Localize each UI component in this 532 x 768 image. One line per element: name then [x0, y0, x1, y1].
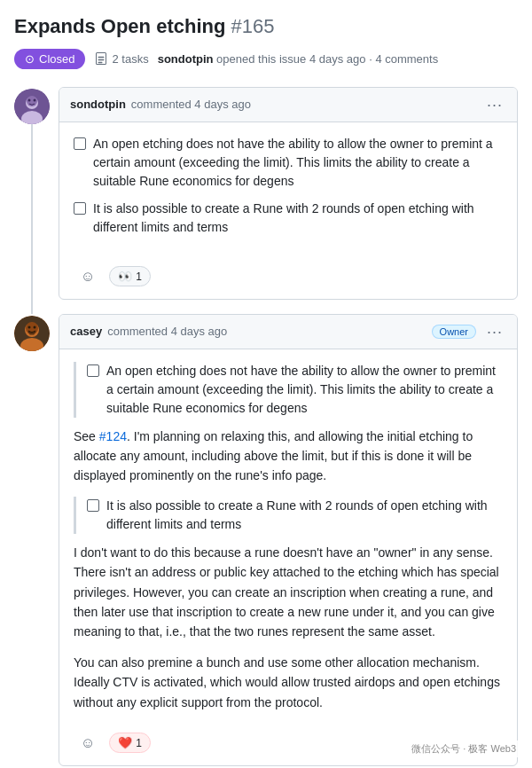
comment-time: commented 4 days ago [107, 325, 227, 338]
emoji-add-button[interactable]: ☺ [74, 265, 102, 288]
issue-meta-text: sondotpin opened this issue 4 days ago ·… [158, 52, 439, 66]
issue-title: Expands Open etching #165 [14, 14, 518, 40]
comment-item: casey commented 4 days ago Owner ··· An … [14, 314, 518, 766]
comment-body: An open etching does not have the abilit… [59, 349, 517, 725]
eyes-emoji: 👀 [118, 270, 132, 283]
task-text: It is also possible to create a Rune wit… [93, 200, 503, 237]
comment-header-left: casey commented 4 days ago [70, 325, 227, 338]
blockquote-task: An open etching does not have the abilit… [74, 362, 503, 418]
comment-body: An open etching does not have the abilit… [59, 122, 517, 258]
page-container: Expands Open etching #165 ⊙ Closed 2 tas… [0, 0, 532, 768]
avatar [14, 89, 50, 124]
comment-footer: ☺ 👀 1 [59, 258, 517, 299]
task-checkbox[interactable] [74, 202, 86, 215]
prose-paragraph: See #124. I'm planning on relaxing this,… [74, 427, 503, 486]
comment-header-right: ··· [483, 95, 506, 114]
opened-ago: 4 days ago [309, 52, 366, 66]
eyes-reaction-button[interactable]: 👀 1 [109, 266, 151, 286]
comments-count: 4 comments [375, 52, 438, 66]
heart-emoji: ❤️ [118, 736, 132, 749]
svg-point-9 [28, 325, 31, 328]
avatar [14, 316, 50, 351]
comment-header: sondotpin commented 4 days ago ··· [59, 88, 517, 122]
task-item: It is also possible to create a Rune wit… [74, 200, 503, 237]
reaction-count: 1 [136, 737, 142, 749]
svg-point-10 [34, 325, 36, 328]
avatar-image [14, 89, 50, 124]
task-item: An open etching does not have the abilit… [74, 135, 503, 191]
watermark: 微信公众号 · 极客 Web3 [406, 741, 521, 757]
status-badge: ⊙ Closed [14, 49, 85, 69]
tasks-badge: 2 tasks [94, 51, 148, 66]
task-item: An open etching does not have the abilit… [87, 362, 503, 418]
owner-badge: Owner [432, 325, 476, 339]
tasks-count: 2 tasks [112, 52, 148, 66]
commenter-name[interactable]: casey [70, 325, 102, 338]
comment-header-left: sondotpin commented 4 days ago [70, 98, 251, 111]
task-item: It is also possible to create a Rune wit… [87, 497, 503, 534]
issue-meta-row: ⊙ Closed 2 tasks sondotpin opened this i… [14, 49, 518, 69]
reaction-count: 1 [136, 270, 142, 283]
comment-header-right: Owner ··· [432, 322, 506, 341]
status-label: Closed [39, 52, 74, 66]
comment-box: sondotpin commented 4 days ago ··· An op… [59, 87, 518, 300]
prose-paragraph: I don't want to do this because a rune d… [74, 543, 503, 642]
opener-name[interactable]: sondotpin [158, 52, 214, 66]
task-text: An open etching does not have the abilit… [106, 362, 503, 418]
task-checkbox[interactable] [87, 499, 99, 512]
more-options-button[interactable]: ··· [483, 322, 506, 341]
commenter-name[interactable]: sondotpin [70, 98, 126, 111]
blockquote-task: It is also possible to create a Rune wit… [74, 497, 503, 534]
task-text: It is also possible to create a Rune wit… [106, 497, 503, 534]
avatar-image [14, 316, 50, 351]
task-text: An open etching does not have the abilit… [93, 135, 503, 191]
svg-point-4 [28, 98, 31, 101]
comment-item: sondotpin commented 4 days ago ··· An op… [14, 87, 518, 300]
comment-box: casey commented 4 days ago Owner ··· An … [59, 314, 518, 766]
title-text: Expands Open etching [14, 15, 225, 37]
svg-rect-12 [29, 333, 35, 335]
svg-point-5 [34, 98, 36, 101]
emoji-add-button[interactable]: ☺ [74, 732, 102, 755]
issue-link[interactable]: #124 [99, 429, 127, 443]
task-checkbox[interactable] [87, 364, 99, 377]
prose-paragraph: You can also premine a bunch and use som… [74, 653, 503, 712]
issue-number: #165 [231, 15, 275, 37]
comment-time: commented 4 days ago [131, 98, 251, 111]
heart-reaction-button[interactable]: ❤️ 1 [109, 733, 151, 753]
tasks-icon [94, 51, 108, 66]
more-options-button[interactable]: ··· [483, 95, 506, 114]
task-checkbox[interactable] [74, 137, 86, 150]
comment-thread: sondotpin commented 4 days ago ··· An op… [14, 87, 518, 768]
closed-icon: ⊙ [25, 52, 35, 66]
comment-header: casey commented 4 days ago Owner ··· [59, 315, 517, 349]
